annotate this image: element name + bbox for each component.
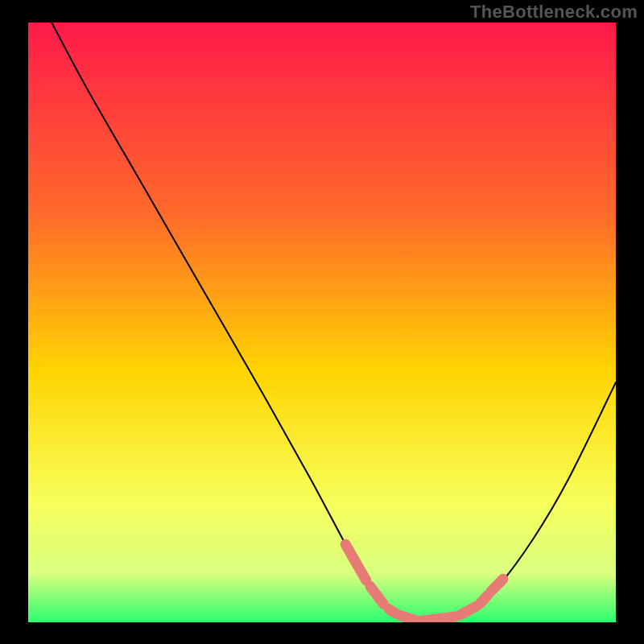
chart-svg [28,23,616,622]
highlight-segment [399,615,415,621]
highlight-segment [419,617,454,621]
gradient-background [28,23,616,622]
watermark-text: TheBottleneck.com [470,2,638,23]
chart-frame: TheBottleneck.com [0,0,644,644]
plot-area [28,23,616,622]
highlight-segment [389,609,395,613]
highlight-segment [481,595,488,603]
